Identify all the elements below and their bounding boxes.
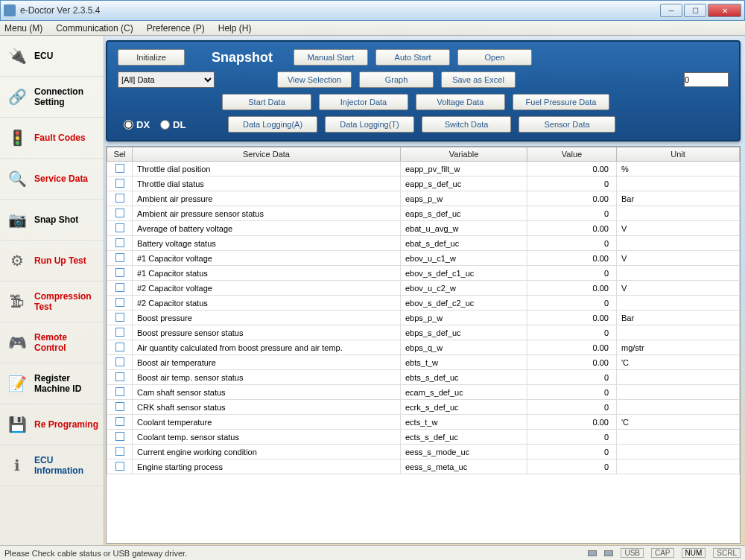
row-checkbox[interactable] xyxy=(115,372,124,381)
sidebar-item-10[interactable]: ℹECU Information xyxy=(0,445,104,486)
row-checkbox[interactable] xyxy=(115,179,124,188)
col-value[interactable]: Value xyxy=(527,147,617,162)
table-row[interactable]: Throttle dial positioneapp_pv_filt_w0.00… xyxy=(107,162,740,176)
sidebar-item-6[interactable]: 🗜Compression Test xyxy=(0,281,104,322)
table-row[interactable]: Battery voltage statusebat_s_def_uc0 xyxy=(107,236,740,251)
radio-dx[interactable]: DX xyxy=(124,119,150,130)
cell-service: Ambient air pressure sensor status xyxy=(133,206,401,221)
open-button[interactable]: Open xyxy=(457,49,532,66)
menu-preference[interactable]: Preference (P) xyxy=(147,23,205,34)
row-checkbox[interactable] xyxy=(115,194,124,203)
row-checkbox[interactable] xyxy=(115,387,124,396)
table-row[interactable]: Air quantity calculated from boost press… xyxy=(107,340,740,355)
sidebar-item-5[interactable]: ⚙Run Up Test xyxy=(0,241,104,281)
cell-service: Current engine working condition xyxy=(133,445,401,459)
row-checkbox[interactable] xyxy=(115,164,124,173)
row-checkbox[interactable] xyxy=(115,283,124,292)
table-row[interactable]: #1 Capacitor statusebov_s_def_c1_uc0 xyxy=(107,266,740,281)
table-row[interactable]: Boost air temp. sensor statusebts_s_def_… xyxy=(107,370,740,385)
sidebar-item-8[interactable]: 📝Register Machine ID xyxy=(0,363,104,404)
table-row[interactable]: Current engine working conditioneess_s_m… xyxy=(107,445,740,459)
cell-unit xyxy=(617,459,740,474)
sensor-data-button[interactable]: Sensor Data xyxy=(519,116,615,133)
row-checkbox[interactable] xyxy=(115,209,124,217)
sidebar-item-9[interactable]: 💾Re Programing xyxy=(0,404,104,445)
cell-unit xyxy=(617,176,740,191)
cell-service: Engine starting process xyxy=(133,459,401,474)
initialize-button[interactable]: Initialize xyxy=(118,49,185,66)
data-logging-t-button[interactable]: Data Logging(T) xyxy=(325,116,414,133)
row-checkbox[interactable] xyxy=(115,417,124,426)
table-row[interactable]: #2 Capacitor voltageebov_u_c2_w0.00V xyxy=(107,281,740,296)
spinner-input[interactable] xyxy=(684,72,729,87)
maximize-button[interactable]: ☐ xyxy=(684,4,706,17)
table-row[interactable]: Ambient air pressure sensor statuseaps_s… xyxy=(107,206,740,221)
sidebar-icon: ⚙ xyxy=(4,248,30,273)
sidebar-item-3[interactable]: 🔍Service Data xyxy=(0,159,104,200)
data-logging-a-button[interactable]: Data Logging(A) xyxy=(228,116,317,133)
row-checkbox[interactable] xyxy=(115,328,124,337)
table-row[interactable]: Coolant temp. sensor statusects_s_def_uc… xyxy=(107,430,740,445)
menu-help[interactable]: Help (H) xyxy=(218,23,252,34)
table-row[interactable]: Coolant temperatureects_t_w0.00'C xyxy=(107,415,740,430)
row-checkbox[interactable] xyxy=(115,357,124,366)
data-select[interactable]: [All] Data xyxy=(118,71,215,88)
table-row[interactable]: Average of battery voltageebat_u_avg_w0.… xyxy=(107,221,740,236)
fuel-pressure-button[interactable]: Fuel Pressure Data xyxy=(513,94,609,110)
injector-data-button[interactable]: Injector Data xyxy=(319,94,408,110)
cell-value: 0 xyxy=(527,325,617,340)
sidebar-item-0[interactable]: 🔌ECU xyxy=(0,36,104,77)
col-variable[interactable]: Variable xyxy=(401,147,527,162)
col-sel[interactable]: Sel xyxy=(107,147,133,162)
table-row[interactable]: Ambient air pressureeaps_p_w0.00Bar xyxy=(107,191,740,206)
col-unit[interactable]: Unit xyxy=(617,147,740,162)
cell-variable: eaps_s_def_uc xyxy=(401,206,527,221)
table-row[interactable]: Boost pressureebps_p_w0.00Bar xyxy=(107,311,740,325)
table-row[interactable]: #2 Capacitor statusebov_s_def_c2_uc0 xyxy=(107,296,740,311)
cell-value: 0 xyxy=(527,266,617,281)
cell-value: 0.00 xyxy=(527,340,617,355)
sidebar-item-7[interactable]: 🎮Remote Control xyxy=(0,322,104,363)
start-data-button[interactable]: Start Data xyxy=(222,94,311,110)
row-checkbox[interactable] xyxy=(115,343,124,351)
manual-start-button[interactable]: Manual Start xyxy=(294,49,368,66)
row-checkbox[interactable] xyxy=(115,402,124,411)
menu-menu[interactable]: Menu (M) xyxy=(4,23,42,34)
radio-dl[interactable]: DL xyxy=(160,119,186,130)
graph-button[interactable]: Graph xyxy=(359,71,434,88)
table-row[interactable]: Throttle dial statuseapp_s_def_uc0 xyxy=(107,176,740,191)
table-row[interactable]: Boost air temperatureebts_t_w0.00'C xyxy=(107,355,740,370)
sidebar-item-2[interactable]: 🚦Fault Codes xyxy=(0,118,104,159)
row-checkbox[interactable] xyxy=(115,462,124,471)
table-row[interactable]: Engine starting processeess_s_meta_uc0 xyxy=(107,459,740,474)
cell-variable: eapp_s_def_uc xyxy=(401,176,527,191)
view-selection-button[interactable]: View Selection xyxy=(277,71,352,88)
switch-data-button[interactable]: Switch Data xyxy=(422,116,511,133)
col-service[interactable]: Service Data xyxy=(133,147,401,162)
save-excel-button[interactable]: Save as Excel xyxy=(441,71,516,88)
table-row[interactable]: Cam shaft sensor statusecam_s_def_uc0 xyxy=(107,385,740,400)
close-button[interactable]: ✕ xyxy=(708,4,741,17)
sidebar-item-4[interactable]: 📷Snap Shot xyxy=(0,200,104,241)
cell-unit xyxy=(617,370,740,385)
row-checkbox[interactable] xyxy=(115,268,124,277)
sidebar-icon: 🎮 xyxy=(4,330,30,355)
row-checkbox[interactable] xyxy=(115,238,124,247)
cell-variable: ebps_q_w xyxy=(401,340,527,355)
table-row[interactable]: #1 Capacitor voltageebov_u_c1_w0.00V xyxy=(107,251,740,266)
auto-start-button[interactable]: Auto Start xyxy=(375,49,450,66)
cell-variable: ects_s_def_uc xyxy=(401,430,527,445)
sidebar-item-1[interactable]: 🔗Connection Setting xyxy=(0,77,104,118)
row-checkbox[interactable] xyxy=(115,298,124,307)
minimize-button[interactable]: ─ xyxy=(660,4,682,17)
menu-communication[interactable]: Communication (C) xyxy=(56,23,133,34)
row-checkbox[interactable] xyxy=(115,223,124,232)
table-row[interactable]: Boost pressure sensor statusebps_s_def_u… xyxy=(107,325,740,340)
data-grid[interactable]: Sel Service Data Variable Value Unit Thr… xyxy=(106,146,741,544)
row-checkbox[interactable] xyxy=(115,313,124,322)
row-checkbox[interactable] xyxy=(115,432,124,441)
voltage-data-button[interactable]: Voltage Data xyxy=(416,94,505,110)
row-checkbox[interactable] xyxy=(115,253,124,262)
table-row[interactable]: CRK shaft sensor statusecrk_s_def_uc0 xyxy=(107,400,740,415)
row-checkbox[interactable] xyxy=(115,447,124,456)
